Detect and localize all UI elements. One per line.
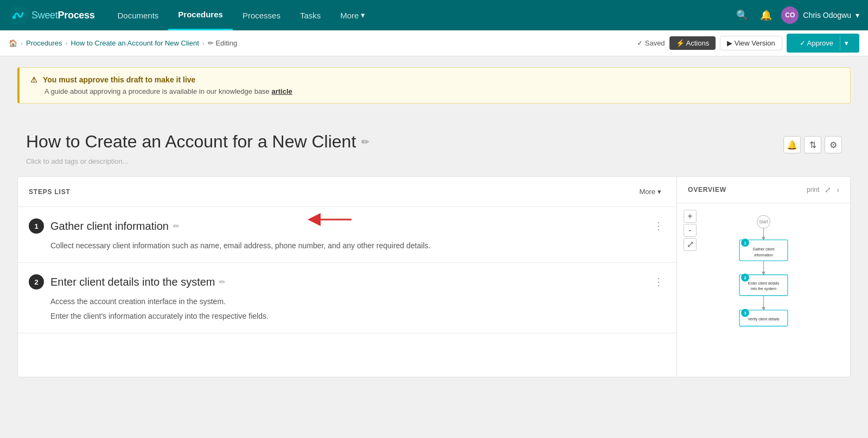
breadcrumb-home[interactable]: 🏠 [9,39,17,47]
main-content: ⚠ You must approve this draft to make it… [0,67,868,438]
steps-more-button[interactable]: More ▾ [635,185,666,198]
settings-icon-btn[interactable]: ⚙ [825,136,842,153]
svg-text:into the system: into the system [751,287,776,291]
step-1-menu-button[interactable]: ⋮ [652,218,666,234]
step-1-description: Collect necessary client information suc… [29,240,666,252]
user-avatar: CO [781,7,799,24]
steps-list-header: STEPS LIST More ▾ [18,177,676,207]
procedure-header-right: 🔔 ⇅ ⚙ [783,136,842,153]
flowchart-controls: + - ⤢ [684,210,697,251]
approve-dropdown-arrow[interactable]: ▾ [840,36,853,50]
svg-text:information: information [754,253,773,257]
step-2-description: Access the account creation interface in… [29,295,666,322]
svg-text:3: 3 [744,311,746,315]
breadcrumb-sep-2: › [65,40,67,47]
warning-link[interactable]: article [271,87,292,95]
sort-icon-btn[interactable]: ⇅ [804,136,821,153]
procedure-tags[interactable]: Click to add tags or description... [26,157,369,165]
steps-more-chevron-icon: ▾ [658,188,661,196]
overview-print-button[interactable]: print [807,186,819,194]
nav-documents[interactable]: Documents [107,0,168,30]
approve-button[interactable]: ✓ Approve ▾ [787,34,859,53]
user-menu[interactable]: CO Chris Odogwu ▾ [781,7,859,24]
overview-title: OVERVIEW [688,186,726,194]
svg-text:2: 2 [744,275,746,280]
step-item-2: 2 Enter client details into the system ✏… [18,263,676,333]
approve-main-label: ✓ Approve [793,36,840,50]
zoom-in-button[interactable]: + [684,210,697,223]
procedure-header: How to Create an Account for a New Clien… [0,114,868,176]
breadcrumb-actions: ✓ Saved ⚡ Actions ▶ View Version ✓ Appro… [637,34,859,53]
warning-banner: ⚠ You must approve this draft to make it… [17,67,851,104]
view-version-button[interactable]: ▶ View Version [720,36,782,50]
brand-name: SweetProcess [31,10,94,21]
breadcrumb-editing: ✏ Editing [208,39,237,47]
user-name: Chris Odogwu [803,11,851,20]
top-navigation: SweetProcess Documents Procedures Proces… [0,0,868,30]
fit-view-button[interactable]: ⤢ [684,238,697,251]
svg-text:1: 1 [744,241,746,246]
chevron-down-icon: ▾ [361,10,365,20]
step-2-title: Enter client details into the system ✏ [50,276,645,288]
nav-more[interactable]: More ▾ [330,0,375,30]
step-1-number: 1 [29,218,44,234]
overview-actions: print ⤢ › [807,185,839,194]
step-2-edit-icon[interactable]: ✏ [219,278,226,286]
procedure-header-left: How to Create an Account for a New Clien… [26,132,369,165]
notifications-button[interactable]: 🔔 [757,7,775,24]
steps-area: STEPS LIST More ▾ 1 Gather client inform… [17,176,851,377]
breadcrumb-procedures[interactable]: Procedures [26,39,62,47]
zoom-out-button[interactable]: - [684,224,697,237]
warning-title: ⚠ You must approve this draft to make it… [30,75,839,84]
overview-next-icon[interactable]: › [837,185,839,194]
breadcrumb-page[interactable]: How to Create an Account for New Client [71,39,199,47]
warning-icon: ⚠ [30,75,37,84]
step-1-title: Gather client information ✏ [50,220,645,233]
svg-text:Verify client details: Verify client details [748,317,780,321]
brand-logo[interactable]: SweetProcess [9,5,94,25]
user-chevron-icon: ▾ [856,11,859,20]
svg-point-1 [12,16,16,19]
nav-tasks[interactable]: Tasks [290,0,330,30]
flowchart-area: + - ⤢ Start 1 Gather client inf [677,203,850,377]
svg-text:Start: Start [759,220,769,224]
svg-text:Gather client: Gather client [753,247,775,251]
step-2-menu-button[interactable]: ⋮ [652,274,666,290]
steps-list-panel: STEPS LIST More ▾ 1 Gather client inform… [17,176,677,377]
steps-list-title: STEPS LIST [29,188,71,196]
warning-body: A guide about approving a procedure is a… [30,87,839,95]
step-item-1: 1 Gather client information ✏ ⋮ Collect … [18,207,676,263]
nav-procedures[interactable]: Procedures [168,0,233,30]
nav-menu: Documents Procedures Processes Tasks Mor… [107,0,733,30]
saved-status: ✓ Saved [637,39,665,47]
step-1-edit-icon[interactable]: ✏ [173,222,180,230]
step-2-header: 2 Enter client details into the system ✏… [29,274,666,290]
step-2-number: 2 [29,274,44,289]
bell-icon-btn[interactable]: 🔔 [783,136,801,153]
overview-expand-icon[interactable]: ⤢ [825,185,831,194]
flowchart-svg: Start 1 Gather client information 2 [684,210,844,370]
breadcrumb: 🏠 › Procedures › How to Create an Accoun… [9,39,237,47]
nav-right: 🔍 🔔 CO Chris Odogwu ▾ [733,7,859,24]
svg-text:Enter client details: Enter client details [748,281,780,285]
search-button[interactable]: 🔍 [733,7,751,24]
step-1-header: 1 Gather client information ✏ ⋮ [29,218,666,234]
nav-processes[interactable]: Processes [233,0,290,30]
breadcrumb-bar: 🏠 › Procedures › How to Create an Accoun… [0,30,868,56]
breadcrumb-sep-1: › [21,40,23,47]
breadcrumb-sep-3: › [202,40,205,47]
procedure-title: How to Create an Account for a New Clien… [26,132,369,152]
actions-button[interactable]: ⚡ Actions [669,36,716,50]
overview-header: OVERVIEW print ⤢ › [677,177,850,203]
title-edit-icon[interactable]: ✏ [361,136,369,148]
overview-panel: OVERVIEW print ⤢ › + - ⤢ Start [677,176,851,377]
